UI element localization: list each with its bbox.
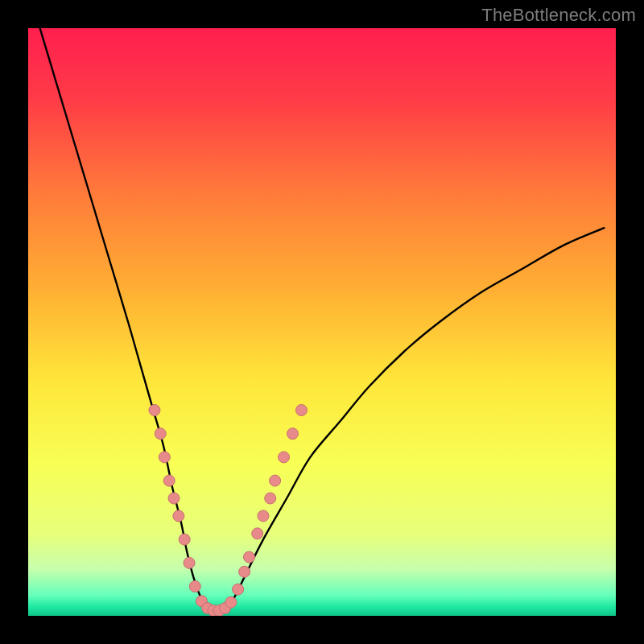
sample-dot [239, 566, 250, 577]
sample-dot [287, 428, 299, 440]
sample-dot [265, 493, 276, 504]
watermark-text: TheBottleneck.com [481, 5, 636, 26]
sample-dot [179, 534, 190, 545]
curve-layer [28, 28, 616, 616]
plot-area [28, 28, 616, 616]
sample-dot [252, 528, 263, 539]
sample-dot [168, 493, 180, 504]
sample-dot [233, 584, 244, 595]
sample-dot [225, 597, 237, 608]
sample-dot [149, 405, 160, 416]
sample-dot [155, 428, 166, 440]
sample-dot [243, 551, 254, 563]
sample-dot [173, 510, 184, 522]
sample-dot [163, 475, 175, 486]
sample-dot [295, 405, 307, 416]
sample-dot [279, 452, 290, 463]
sample-dot [184, 557, 195, 568]
sample-dot [258, 510, 269, 522]
bottleneck-curve [40, 28, 605, 613]
sample-dot [159, 452, 170, 463]
chart-frame: TheBottleneck.com [0, 0, 644, 644]
sample-dot [189, 581, 200, 592]
curve-sample-dots [149, 405, 308, 617]
sample-dot [270, 475, 281, 486]
